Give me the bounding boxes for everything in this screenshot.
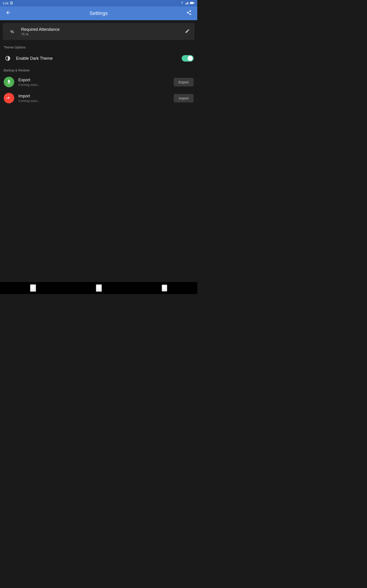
status-bar: 5:06 bbox=[0, 0, 197, 6]
status-bar-right bbox=[180, 1, 194, 5]
svg-rect-3 bbox=[186, 3, 187, 4]
home-nav-button[interactable] bbox=[96, 284, 102, 292]
svg-text:%: % bbox=[10, 29, 14, 34]
export-left: Export Coming soon... bbox=[4, 77, 40, 87]
back-button[interactable] bbox=[4, 8, 13, 19]
svg-rect-11 bbox=[163, 286, 166, 289]
status-time: 5:06 bbox=[3, 2, 8, 5]
export-text: Export Coming soon... bbox=[18, 78, 40, 86]
svg-rect-8 bbox=[194, 2, 194, 3]
app-bar: Settings bbox=[0, 6, 197, 20]
theme-options-section-label: Theme Options bbox=[0, 43, 197, 51]
svg-rect-4 bbox=[187, 2, 187, 4]
import-subtitle: Coming soon... bbox=[18, 99, 40, 103]
attendance-value: 75 % bbox=[21, 32, 60, 36]
export-button[interactable]: Export bbox=[174, 78, 194, 86]
import-left: Import Coming soon... bbox=[4, 93, 40, 103]
signal-icon bbox=[185, 1, 189, 5]
import-row: Import Coming soon... Import bbox=[0, 90, 197, 106]
percent-icon: % bbox=[7, 27, 17, 36]
export-title: Export bbox=[18, 78, 40, 82]
recents-nav-button[interactable] bbox=[162, 285, 167, 292]
dark-theme-toggle[interactable] bbox=[182, 55, 194, 61]
svg-rect-1 bbox=[11, 2, 12, 4]
attendance-title: Required Attendance bbox=[21, 27, 60, 32]
theme-left: Enable Dark Theme bbox=[4, 54, 53, 62]
sim-icon bbox=[10, 1, 13, 5]
svg-rect-7 bbox=[190, 2, 193, 4]
svg-rect-2 bbox=[185, 3, 186, 4]
content: % Required Attendance 75 % Theme Options… bbox=[0, 23, 197, 106]
import-button[interactable]: Import bbox=[174, 94, 194, 103]
battery-icon bbox=[190, 1, 194, 5]
attendance-text: Required Attendance 75 % bbox=[21, 27, 60, 36]
share-button[interactable] bbox=[184, 8, 194, 19]
theme-icon bbox=[4, 54, 12, 62]
svg-rect-5 bbox=[188, 2, 188, 4]
attendance-left: % Required Attendance 75 % bbox=[7, 27, 60, 36]
nav-bar bbox=[0, 282, 197, 294]
export-subtitle: Coming soon... bbox=[18, 83, 40, 86]
attendance-card[interactable]: % Required Attendance 75 % bbox=[3, 23, 194, 40]
export-icon bbox=[4, 77, 14, 87]
dark-theme-label: Enable Dark Theme bbox=[16, 56, 53, 61]
backup-section-label: Backup & Restore bbox=[0, 66, 197, 74]
import-title: Import bbox=[18, 94, 40, 99]
svg-point-10 bbox=[97, 286, 101, 289]
back-nav-button[interactable] bbox=[30, 284, 36, 292]
app-bar-title: Settings bbox=[90, 10, 108, 16]
edit-icon[interactable] bbox=[185, 28, 190, 35]
import-text: Import Coming soon... bbox=[18, 94, 40, 103]
export-row: Export Coming soon... Export bbox=[0, 74, 197, 90]
wifi-icon bbox=[180, 1, 184, 5]
import-icon bbox=[4, 93, 14, 103]
dark-theme-row[interactable]: Enable Dark Theme bbox=[0, 51, 197, 66]
status-bar-left: 5:06 bbox=[3, 1, 13, 5]
